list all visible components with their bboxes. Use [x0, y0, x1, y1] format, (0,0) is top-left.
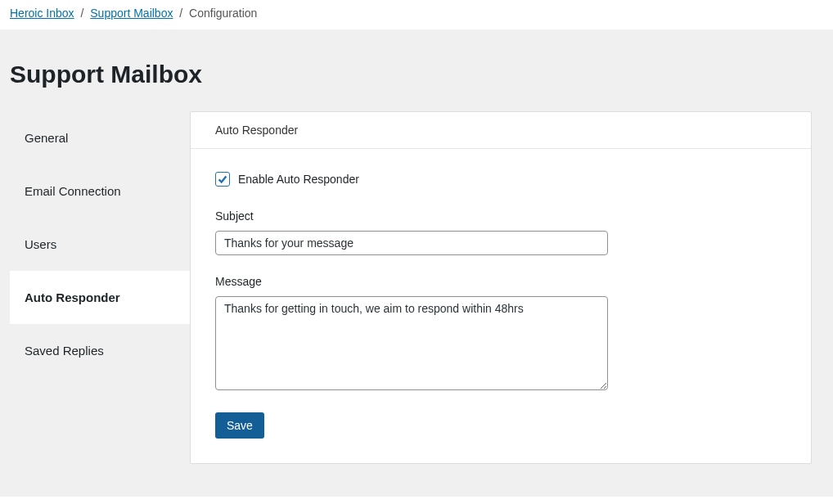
content-row: General Email Connection Users Auto Resp… [10, 111, 823, 464]
subject-field-row: Subject [215, 209, 786, 255]
panel-body: Enable Auto Responder Subject Message Sa… [191, 149, 811, 463]
breadcrumb: Heroic Inbox / Support Mailbox / Configu… [0, 0, 833, 29]
main-area: Support Mailbox General Email Connection… [0, 29, 833, 497]
panel-header: Auto Responder [191, 112, 811, 149]
checkmark-icon [217, 173, 228, 185]
sidebar-tab-auto-responder[interactable]: Auto Responder [10, 271, 190, 324]
enable-auto-responder-row: Enable Auto Responder [215, 172, 786, 187]
enable-auto-responder-checkbox[interactable] [215, 172, 230, 187]
subject-label: Subject [215, 209, 786, 223]
enable-auto-responder-label: Enable Auto Responder [238, 173, 359, 186]
sidebar-tab-general[interactable]: General [10, 111, 190, 164]
settings-panel: Auto Responder Enable Auto Responder Sub… [190, 111, 812, 464]
breadcrumb-separator: / [179, 7, 182, 20]
subject-input[interactable] [215, 231, 608, 255]
save-button[interactable]: Save [215, 412, 264, 439]
breadcrumb-current: Configuration [189, 7, 257, 20]
message-label: Message [215, 275, 786, 288]
breadcrumb-separator: / [80, 7, 83, 20]
breadcrumb-link-support-mailbox[interactable]: Support Mailbox [90, 7, 173, 20]
sidebar-tab-email-connection[interactable]: Email Connection [10, 164, 190, 218]
sidebar-tab-saved-replies[interactable]: Saved Replies [10, 324, 190, 377]
message-field-row: Message [215, 275, 786, 393]
page-title: Support Mailbox [10, 61, 823, 88]
side-tabs: General Email Connection Users Auto Resp… [10, 111, 190, 377]
sidebar-tab-users[interactable]: Users [10, 218, 190, 271]
breadcrumb-link-heroic-inbox[interactable]: Heroic Inbox [10, 7, 74, 20]
message-textarea[interactable] [215, 296, 608, 390]
